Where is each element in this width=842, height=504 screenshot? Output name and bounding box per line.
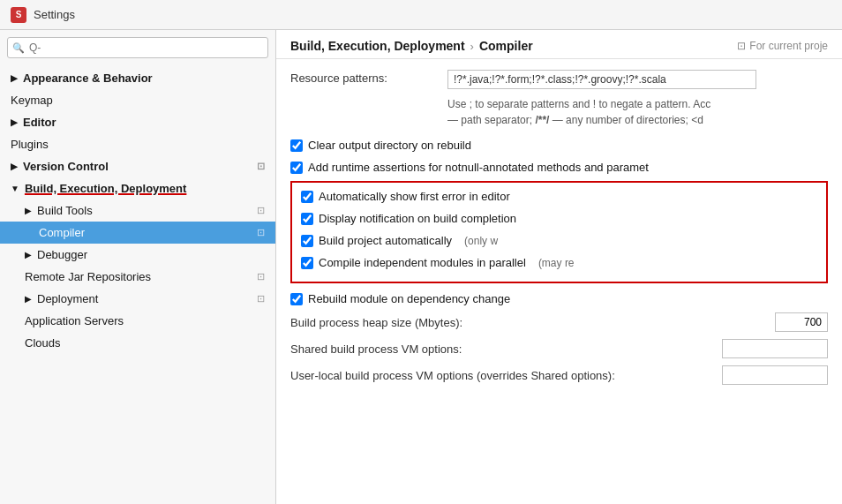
content-body: Resource patterns: Use ; to separate pat… xyxy=(276,59,842,504)
sidebar-item-debugger[interactable]: ▶ Debugger xyxy=(0,244,275,266)
sidebar-item-appearance[interactable]: ▶ Appearance & Behavior xyxy=(0,67,275,89)
shared-vm-row: Shared build process VM options: xyxy=(290,339,828,358)
resource-patterns-input[interactable] xyxy=(447,70,756,89)
copy-icon: ⊡ xyxy=(257,161,265,172)
checkbox-display-notification: Display notification on build completion xyxy=(301,210,817,227)
copy-icon: ⊡ xyxy=(257,227,265,238)
show-first-error-checkbox[interactable] xyxy=(301,191,313,203)
checkbox-rebuild-module: Rebuild module on dependency change xyxy=(290,290,828,307)
compile-parallel-label: Compile independent modules in parallel xyxy=(319,256,526,269)
arrow-icon: ▼ xyxy=(11,184,19,193)
build-automatically-checkbox[interactable] xyxy=(301,235,313,247)
clear-output-label: Clear output directory on rebuild xyxy=(308,139,471,152)
sidebar-item-label: Deployment xyxy=(37,292,98,305)
main-layout: 🔍 ▶ Appearance & Behavior Keymap ▶ Edito… xyxy=(0,30,842,504)
window-title: Settings xyxy=(34,8,75,21)
compile-parallel-checkbox[interactable] xyxy=(301,257,313,269)
checkbox-clear-output: Clear output directory on rebuild xyxy=(290,137,828,154)
build-automatically-suffix: (only w xyxy=(464,235,498,247)
content-header: Build, Execution, Deployment › Compiler … xyxy=(276,30,842,59)
sidebar-item-label: Keymap xyxy=(11,94,53,107)
display-notification-checkbox[interactable] xyxy=(301,213,313,225)
sidebar-item-label: Remote Jar Repositories xyxy=(25,270,151,283)
arrow-icon: ▶ xyxy=(25,250,32,260)
checkbox-build-automatically: Build project automatically (only w xyxy=(301,232,817,249)
search-icon: 🔍 xyxy=(12,42,25,54)
sidebar-item-label: Debugger xyxy=(37,248,87,261)
heap-size-input[interactable] xyxy=(775,312,828,332)
sidebar-item-keymap[interactable]: Keymap xyxy=(0,89,275,111)
title-bar: S Settings xyxy=(0,0,842,30)
copy-icon: ⊡ xyxy=(257,271,265,282)
clear-output-checkbox[interactable] xyxy=(290,139,303,152)
resource-hint: Use ; to separate patterns and ! to nega… xyxy=(447,96,828,128)
sidebar-item-build-execution[interactable]: ▼ Build, Execution, Deployment xyxy=(0,177,275,199)
user-local-vm-row: User-local build process VM options (ove… xyxy=(290,365,828,385)
show-first-error-label: Automatically show first error in editor xyxy=(319,190,510,203)
shared-vm-input[interactable] xyxy=(722,339,828,358)
sidebar-item-label: Version Control xyxy=(23,160,109,173)
project-note-text: For current proje xyxy=(749,40,828,52)
project-note: ⊡ For current proje xyxy=(737,40,828,52)
user-local-vm-input[interactable] xyxy=(722,365,828,385)
breadcrumb-separator: › xyxy=(470,40,474,53)
rebuild-module-label: Rebuild module on dependency change xyxy=(308,292,510,305)
sidebar-item-label: Compiler xyxy=(39,226,85,239)
sidebar: 🔍 ▶ Appearance & Behavior Keymap ▶ Edito… xyxy=(0,30,276,504)
arrow-icon: ▶ xyxy=(11,162,18,171)
sidebar-item-deployment[interactable]: ▶ Deployment ⊡ xyxy=(0,288,275,310)
arrow-icon: ▶ xyxy=(25,294,32,304)
display-notification-label: Display notification on build completion xyxy=(319,212,516,225)
content-area: Build, Execution, Deployment › Compiler … xyxy=(276,30,842,504)
shared-vm-label: Shared build process VM options: xyxy=(290,342,715,356)
sidebar-item-compiler[interactable]: Compiler ⊡ xyxy=(0,222,275,244)
rebuild-module-checkbox[interactable] xyxy=(290,293,303,305)
runtime-assertions-checkbox[interactable] xyxy=(290,162,303,174)
search-box[interactable]: 🔍 xyxy=(7,37,268,58)
resource-patterns-label: Resource patterns: xyxy=(290,70,440,85)
user-local-vm-label: User-local build process VM options (ove… xyxy=(290,369,715,382)
arrow-icon: ▶ xyxy=(11,73,18,83)
breadcrumb-parent: Build, Execution, Deployment xyxy=(290,39,465,53)
arrow-icon: ▶ xyxy=(25,206,32,215)
checkbox-compile-parallel: Compile independent modules in parallel … xyxy=(301,254,817,271)
app-icon: S xyxy=(11,7,26,23)
sidebar-item-label: Build, Execution, Deployment xyxy=(25,182,186,195)
runtime-assertions-label: Add runtime assertions for notnull-annot… xyxy=(308,161,649,174)
arrow-icon: ▶ xyxy=(11,117,18,127)
resource-patterns-row: Resource patterns: xyxy=(290,70,828,89)
sidebar-item-version-control[interactable]: ▶ Version Control ⊡ xyxy=(0,155,275,177)
sidebar-item-label: Clouds xyxy=(25,336,60,350)
project-icon: ⊡ xyxy=(737,40,746,52)
sidebar-nav: ▶ Appearance & Behavior Keymap ▶ Editor … xyxy=(0,65,275,504)
heap-size-label: Build process heap size (Mbytes): xyxy=(290,316,768,329)
heap-size-row: Build process heap size (Mbytes): xyxy=(290,312,828,332)
sidebar-item-label: Editor xyxy=(23,116,56,129)
breadcrumb-current: Compiler xyxy=(479,39,533,53)
copy-icon: ⊡ xyxy=(257,293,265,305)
sidebar-item-app-servers[interactable]: Application Servers xyxy=(0,310,275,332)
sidebar-item-label: Application Servers xyxy=(25,314,124,327)
search-input[interactable] xyxy=(7,37,268,58)
copy-icon: ⊡ xyxy=(257,205,265,216)
sidebar-item-label: Appearance & Behavior xyxy=(23,71,153,85)
sidebar-item-label: Build Tools xyxy=(37,204,93,217)
sidebar-item-clouds[interactable]: Clouds xyxy=(0,332,275,354)
sidebar-item-editor[interactable]: ▶ Editor xyxy=(0,111,275,133)
checkbox-show-first-error: Automatically show first error in editor xyxy=(301,188,817,205)
sidebar-item-plugins[interactable]: Plugins xyxy=(0,133,275,155)
checkbox-runtime-assertions: Add runtime assertions for notnull-annot… xyxy=(290,159,828,176)
build-automatically-label: Build project automatically xyxy=(319,234,452,247)
sidebar-item-build-tools[interactable]: ▶ Build Tools ⊡ xyxy=(0,199,275,222)
compile-parallel-suffix: (may re xyxy=(538,257,575,269)
sidebar-item-remote-jar[interactable]: Remote Jar Repositories ⊡ xyxy=(0,266,275,288)
sidebar-item-label: Plugins xyxy=(11,138,49,151)
highlight-box: Automatically show first error in editor… xyxy=(290,181,828,283)
